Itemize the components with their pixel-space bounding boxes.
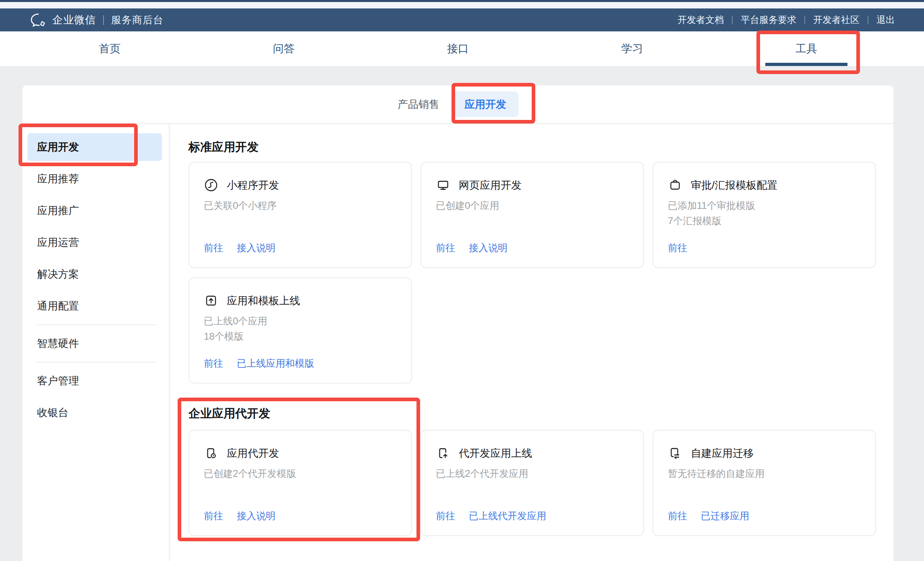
card-title: 小程序开发 [227,178,279,192]
approval-template-icon [668,178,682,192]
topbar: 企业微信 服务商后台 开发者文档 平台服务要求 开发者社区 退出 [0,8,924,31]
card-web-app-dev: 网页应用开发 已创建0个应用 前往 接入说明 [421,162,644,268]
migrated-apps-link[interactable]: 已迁移应用 [701,509,749,522]
go-link[interactable]: 前往 [668,509,687,522]
section-title-dev-on-behalf: 企业应用代开发 [189,405,876,421]
topbar-brand-group: 企业微信 服务商后台 [30,13,164,27]
go-link[interactable]: 前往 [204,357,223,370]
card-dev-on-behalf: 应用代开发 已创建2个代开发模版 前往 接入说明 [189,430,412,536]
standard-dev-card-grid: 小程序开发 已关联0个小程序 前往 接入说明 [189,162,876,384]
dev-app-online-icon [436,446,450,460]
nav-tab-label: 学习 [621,41,643,56]
page-background: 产品销售 应用开发 应用开发 应用推荐 应用推广 应用运营 解决方案 通用配置 … [0,66,924,561]
card-line: 已创建2个代开发模版 [204,466,397,481]
card-line: 18个模版 [204,329,397,344]
go-link[interactable]: 前往 [204,509,223,522]
topbar-links: 开发者文档 平台服务要求 开发者社区 退出 [677,14,895,26]
sidebar-item-cashier[interactable]: 收银台 [23,397,169,429]
nav-tab-home[interactable]: 首页 [23,31,197,66]
sidebar-item-app-promotion[interactable]: 应用推广 [23,195,169,227]
sidebar-item-solutions[interactable]: 解决方案 [23,258,169,290]
go-link[interactable]: 前往 [436,241,455,254]
card-title: 自建应用迁移 [691,446,754,460]
card-approval-template: 审批/汇报模板配置 已添加11个审批模版 7个汇报模版 前往 [653,162,876,268]
card-line: 已关联0个小程序 [204,198,397,213]
miniprogram-icon [204,178,218,192]
topbar-link-platform-requirements[interactable]: 平台服务要求 [741,14,796,26]
top-light-strip [0,2,924,8]
card-line: 已上线0个应用 [204,314,397,329]
nav-tab-label: 问答 [273,41,295,56]
nav-tab-api[interactable]: 接口 [371,31,545,66]
nav-tab-learning[interactable]: 学习 [545,31,719,66]
view-tab-app-development[interactable]: 应用开发 [452,91,518,117]
sidebar-item-app-operation[interactable]: 应用运营 [23,227,169,258]
sidebar-item-app-development[interactable]: 应用开发 [27,133,162,161]
nav-tab-label: 首页 [99,41,120,56]
card-miniprogram-dev: 小程序开发 已关联0个小程序 前往 接入说明 [189,162,412,268]
card-app-template-online: 应用和模板上线 已上线0个应用 18个模版 前往 已上线应用和模版 [189,277,412,384]
card-self-built-migrate: 自建应用迁移 暂无待迁移的自建应用 前往 已迁移应用 [653,430,876,536]
card-line: 已上线2个代开发应用 [436,466,629,481]
dev-on-behalf-card-grid: 应用代开发 已创建2个代开发模版 前往 接入说明 [189,430,876,536]
card-title: 审批/汇报模板配置 [691,178,777,192]
wework-logo-icon [30,13,47,27]
nav-tab-tools[interactable]: 工具 [719,31,893,66]
brand-divider [103,15,104,25]
topbar-link-developer-community[interactable]: 开发者社区 [813,14,860,26]
sidebar-item-smart-hardware[interactable]: 智慧硬件 [23,328,169,359]
sidebar-item-app-recommend[interactable]: 应用推荐 [23,163,169,195]
section-title-standard-dev: 标准应用开发 [189,139,876,155]
card-line: 7个汇报模版 [668,213,861,229]
active-tab-underline [765,63,847,66]
nav-tab-qa[interactable]: 问答 [197,31,371,66]
card-line: 暂无待迁移的自建应用 [668,466,861,481]
self-built-migrate-icon [668,446,682,460]
card-line: 已创建0个应用 [436,198,629,213]
dev-on-behalf-icon [204,446,218,460]
go-link[interactable]: 前往 [436,509,455,522]
view-tab-product-sales[interactable]: 产品销售 [398,97,439,111]
topbar-link-logout[interactable]: 退出 [876,14,895,26]
go-link[interactable]: 前往 [668,241,687,254]
sidebar-divider [37,324,157,325]
nav-tab-label: 接口 [447,41,469,56]
view-tab-strip: 产品销售 应用开发 [23,85,893,124]
main-content: 标准应用开发 小程序开发 已关联0个小程序 前往 [170,124,894,561]
card-title: 网页应用开发 [459,178,522,192]
sidebar-item-general-config[interactable]: 通用配置 [23,290,169,322]
card-dev-app-online: 代开发应用上线 已上线2个代开发应用 前往 已上线代开发应用 [421,430,644,536]
access-guide-link[interactable]: 接入说明 [469,241,508,254]
card-title: 应用代开发 [227,446,279,460]
topbar-link-divider [732,16,733,24]
app-template-online-icon [204,293,218,308]
sidebar-item-customer-management[interactable]: 客户管理 [23,365,169,397]
sidebar-divider [37,362,157,363]
access-guide-link[interactable]: 接入说明 [237,241,276,254]
topbar-link-divider [804,16,805,24]
nav-tab-label: 工具 [796,41,817,56]
content-panel: 产品销售 应用开发 应用开发 应用推荐 应用推广 应用运营 解决方案 通用配置 … [23,85,893,561]
online-apps-templates-link[interactable]: 已上线应用和模版 [237,357,314,370]
main-navbar: 首页 问答 接口 学习 工具 [0,31,924,66]
brand-title: 企业微信 [52,13,96,27]
brand-subtitle: 服务商后台 [111,13,164,27]
online-dev-apps-link[interactable]: 已上线代开发应用 [469,509,546,522]
web-app-icon [436,178,450,192]
go-link[interactable]: 前往 [204,241,223,254]
card-line: 已添加11个审批模版 [668,198,861,213]
sidebar: 应用开发 应用推荐 应用推广 应用运营 解决方案 通用配置 智慧硬件 客户管理 … [23,124,170,561]
access-guide-link[interactable]: 接入说明 [237,509,276,522]
topbar-link-divider [868,16,868,24]
card-title: 代开发应用上线 [459,446,532,460]
card-title: 应用和模板上线 [227,294,300,308]
topbar-link-developer-docs[interactable]: 开发者文档 [677,14,724,26]
